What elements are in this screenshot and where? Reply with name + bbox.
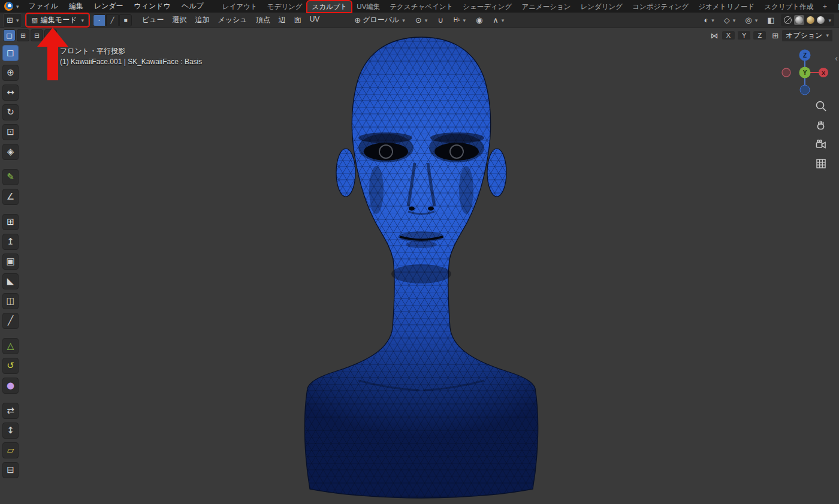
blender-window: { "window_title": "Blender", "annotation… [0, 0, 839, 504]
action-mode-set[interactable]: ▢ [3, 29, 16, 41]
overlays-dropdown[interactable]: ◎▾ [742, 14, 760, 26]
options-dropdown[interactable]: オプション ▾ [781, 29, 833, 42]
mode-select-dropdown[interactable]: ▧ 編集モード ▾ [26, 14, 89, 26]
header-menu-vertex[interactable]: 頂点 [252, 14, 274, 26]
workspace-tab-rendering[interactable]: レンダリング [576, 1, 628, 13]
region-collapse-arrow[interactable]: ‹ [835, 53, 838, 63]
workspace-tab-texture-paint[interactable]: テクスチャペイント [385, 1, 458, 13]
header-menu-face[interactable]: 面 [290, 14, 306, 26]
tool-shrink-fatten[interactable]: ↕ [2, 422, 19, 439]
camera-view-icon[interactable] [814, 137, 828, 152]
snap-toggle[interactable]: ∪ [434, 14, 446, 26]
workspace-tab-scripting[interactable]: スクリプト作成 [759, 1, 818, 13]
topbar-menu-edit[interactable]: 編集 [64, 0, 89, 13]
gizmos-dropdown[interactable]: ◇▾ [721, 14, 739, 26]
scene-status-icon[interactable]: ◳▾ [832, 2, 839, 11]
tool-select-box[interactable]: ◻ [2, 45, 19, 61]
header-menu-add[interactable]: 追加 [191, 14, 214, 26]
add-workspace-button[interactable]: + [818, 1, 832, 12]
tool-spin[interactable]: ↺ [2, 358, 19, 374]
wireframe-shading-button[interactable] [784, 16, 792, 24]
tool-inset-faces[interactable]: ▣ [2, 253, 19, 270]
snap-grid-icon[interactable]: ⊞ [772, 31, 778, 40]
mirror-axis-y[interactable]: Y [737, 31, 751, 40]
tool-scale[interactable]: ⊡ [2, 124, 19, 140]
shading-settings-dropdown[interactable]: ▾ [828, 17, 831, 23]
workspace-tab-shading[interactable]: シェーディング [458, 1, 517, 13]
mirror-axis-group: XYZ [722, 31, 766, 40]
viewport-nav-controls [814, 99, 828, 171]
workspace-tab-geometry-nodes[interactable]: ジオメトリノード [693, 1, 759, 13]
workspace-tab-uv-editing[interactable]: UV編集 [352, 1, 385, 13]
tool-poly-build[interactable]: △ [2, 338, 19, 354]
header-menu-uv[interactable]: UV [306, 14, 324, 26]
select-mode-edge[interactable]: ╱ [106, 14, 119, 26]
workspace-tab-sculpt[interactable]: スカルプト [307, 1, 352, 13]
overlays-icon: ◎ [745, 16, 752, 25]
zoom-icon[interactable] [814, 99, 828, 113]
mirror-icon: ⋈ [711, 31, 719, 40]
tool-annotate[interactable]: ✎ [2, 169, 19, 185]
navigation-gizmo[interactable]: Z X Y [781, 49, 828, 96]
transform-orientation-dropdown[interactable]: ⊕ グローバル ▾ [351, 14, 408, 26]
tool-move[interactable]: ↔ [2, 84, 19, 101]
proportional-falloff-dropdown[interactable]: ∧▾ [490, 14, 507, 26]
pivot-point-dropdown[interactable]: ⊙▾ [412, 14, 430, 26]
tool-transform[interactable]: ◈ [2, 144, 19, 160]
tool-measure[interactable]: ∠ [2, 189, 19, 205]
axis-y-label: Y [803, 70, 807, 76]
header-menus: ビュー選択追加メッシュ頂点辺面UV [138, 14, 324, 26]
topbar-menu-help[interactable]: ヘルプ [176, 0, 209, 13]
topbar-menu-render[interactable]: レンダー [89, 0, 129, 13]
tool-loop-cut[interactable]: ◫ [2, 293, 19, 309]
tool-extrude-region[interactable]: ↥ [2, 234, 19, 250]
move-icon: ↔ [7, 88, 14, 97]
grid-toggle-icon[interactable] [814, 156, 828, 171]
tool-rotate[interactable]: ↻ [2, 104, 19, 120]
workspace-tab-animation[interactable]: アニメーション [517, 1, 575, 13]
viewport-3d[interactable]: フロント・平行投影 (1) KawaiiFace.001 | SK_Kawaii… [0, 28, 839, 504]
topbar-menu-file[interactable]: ファイル [23, 0, 64, 13]
mirror-axis-z[interactable]: Z [753, 31, 766, 40]
mirror-axis-x[interactable]: X [722, 31, 735, 40]
tool-add-cube[interactable]: ⊞ [2, 214, 19, 230]
workspace-tab-modeling[interactable]: モデリング [262, 1, 307, 13]
workspace-tab-compositing[interactable]: コンポジティング [627, 1, 693, 13]
axis-z-negative[interactable] [800, 85, 810, 95]
pan-hand-icon[interactable] [814, 118, 828, 132]
axis-z-label: Z [803, 52, 807, 59]
solid-shading-button[interactable] [794, 15, 804, 25]
tool-edge-slide[interactable]: ⇄ [2, 403, 19, 419]
spin-icon: ↺ [7, 361, 14, 370]
workspace-tab-layout[interactable]: レイアウト [218, 1, 262, 13]
proportional-editing-toggle[interactable]: ◉ [473, 14, 485, 26]
tool-bevel[interactable]: ◣ [2, 273, 19, 289]
header-menu-mesh[interactable]: メッシュ [214, 14, 252, 26]
action-mode-extend[interactable]: ⊞ [17, 29, 29, 41]
header-menu-edge[interactable]: 辺 [274, 14, 290, 26]
loop-cut-icon: ◫ [6, 297, 14, 306]
tool-shear[interactable]: ▱ [2, 442, 19, 458]
blender-logo-icon [4, 2, 13, 11]
material-preview-button[interactable] [807, 16, 814, 24]
rendered-shading-button[interactable] [817, 16, 825, 24]
mesh-head-model[interactable] [0, 28, 839, 504]
header-menu-select[interactable]: 選択 [168, 14, 191, 26]
topbar-menu-window[interactable]: ウィンドウ [129, 0, 176, 13]
editor-type-button[interactable]: ⊞ ▾ [3, 13, 22, 28]
tool-smooth[interactable]: ● [2, 378, 19, 394]
header-menu-view[interactable]: ビュー [138, 14, 168, 26]
tool-knife[interactable]: ╱ [2, 313, 19, 329]
view-name-overlay: フロント・平行投影 [60, 46, 125, 56]
snap-settings-dropdown[interactable]: H¹▾ [451, 16, 469, 25]
tool-cursor[interactable]: ⊕ [2, 65, 19, 81]
object-visibility-dropdown[interactable]: ◐▾ [701, 14, 717, 26]
select-mode-face[interactable]: ■ [119, 14, 132, 26]
blender-menu-button[interactable]: ▾ [0, 0, 23, 13]
axis-x-negative[interactable] [782, 68, 790, 77]
chevron-down-icon: ▾ [81, 17, 84, 23]
smooth-icon: ● [7, 381, 14, 390]
select-mode-vertex[interactable]: ∙ [93, 14, 105, 26]
xray-toggle[interactable]: ◧ [764, 14, 777, 26]
tool-rip-region[interactable]: ⊟ [2, 462, 19, 478]
